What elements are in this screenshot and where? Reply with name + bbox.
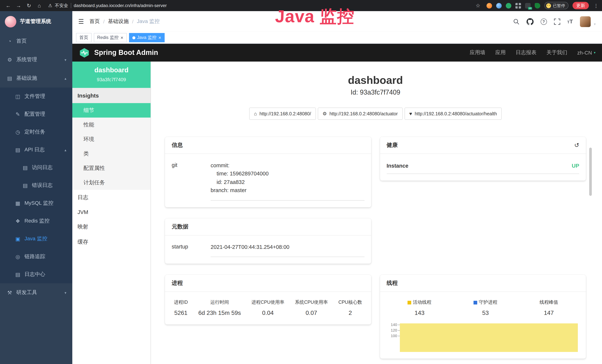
search-icon[interactable] [513,18,519,25]
github-icon[interactable] [527,18,534,25]
actuator-url-link[interactable]: ⚙ http://192.168.0.2:48080/actuator [318,107,403,120]
sba-item-environment[interactable]: 环境 [72,132,150,147]
wrench-icon: ⚙ [322,111,327,117]
card-title: 线程 [380,275,586,292]
sidebar-item-home[interactable]: ◔ 首页 [0,32,72,50]
process-col-process-cpu: 进程CPU使用率 0.04 [251,300,284,317]
sidebar-item-label: 研发工具 [16,289,37,296]
sidebar-item-access-logs[interactable]: ▤ 访问日志 [0,159,72,177]
extension-icon-orange[interactable] [486,3,492,8]
health-row-instance[interactable]: Instance UP [387,156,579,174]
sidebar-item-java-monitor[interactable]: ▣ Java 监控 [0,230,72,248]
sidebar-item-log-center[interactable]: ▤ 日志中心 [0,266,72,283]
sba-item-classes[interactable]: 类 [72,147,150,161]
metadata-key: startup [172,243,211,257]
scrollbar[interactable] [589,148,592,196]
dashboard-icon: ◔ [7,38,13,44]
sba-item-jvm[interactable]: JVM [72,205,150,219]
sidebar-item-devtools[interactable]: ⚒ 研发工具 ▾ [0,283,72,302]
browser-menu-icon[interactable]: ⋮ [594,3,599,8]
sba-item-configprops[interactable]: 配置属性 [72,161,150,175]
extension-icon-switch[interactable]: on [525,3,531,8]
threads-peak: 线程峰值 147 [539,300,558,317]
forward-icon[interactable]: → [14,1,23,10]
fullscreen-icon[interactable] [554,18,560,25]
instance-name: dashboard [75,66,148,74]
link-label: http://192.168.0.2:48080/actuator [329,111,398,116]
sba-item-metrics[interactable]: 性能 [72,118,150,132]
service-url-link[interactable]: ⌂ http://192.168.0.2:48080/ [249,107,316,120]
extension-icon-blue[interactable] [496,3,502,8]
sba-item-details[interactable]: 细节 [72,103,150,118]
close-icon[interactable]: × [159,35,161,40]
security-warning-label[interactable]: 不安全 [55,2,68,9]
sba-nav-journal[interactable]: 日志报表 [516,49,537,56]
infrastructure-submenu: ◫ 文件管理 ✎ 配置管理 ◷ 定时任务 ▤ API 日志 ▴ ▤ [0,87,72,283]
back-icon[interactable]: ← [4,1,13,10]
help-icon[interactable]: ? [541,18,547,25]
tag-redis-monitor[interactable]: Redis 监控 × [94,33,127,42]
redis-icon: ❖ [15,218,21,224]
card-title: 进程 [165,275,371,292]
home-icon[interactable]: ⌂ [35,1,44,10]
update-button[interactable]: 更新 [572,2,589,9]
sba-nav-about[interactable]: 关于我们 [547,49,567,56]
tag-home[interactable]: 首页 [76,33,92,42]
sidebar-item-error-logs[interactable]: ▤ 错误日志 [0,177,72,194]
browser-extensions: ☆ on 已暂停 更新 ⋮ [473,1,599,10]
collapse-sidebar-icon[interactable]: ☰ [78,18,84,25]
sidebar-item-label: 配置管理 [24,111,45,118]
sba-item-scheduled-tasks[interactable]: 计划任务 [72,175,150,190]
sba-item-caches[interactable]: 缓存 [72,234,150,250]
sba-nav-wall[interactable]: 应用墙 [470,49,485,56]
breadcrumb-section[interactable]: 基础设施 [108,18,129,25]
sidebar-item-system[interactable]: ⚙ 系统管理 ▾ [0,50,72,69]
chevron-up-icon: ▴ [64,148,66,152]
sidebar-item-api-logs[interactable]: ▤ API 日志 ▴ [0,141,72,159]
health-url-link[interactable]: ♥ http://192.168.0.2:48080/actuator/heal… [404,107,502,120]
sba-item-logs[interactable]: 日志 [72,190,150,205]
chevron-down-icon: ▾ [64,58,66,62]
reload-icon[interactable]: ↻ [24,1,33,10]
locale-selector[interactable]: zh-CN ▾ [577,50,595,56]
clock-icon: ◷ [15,129,21,135]
card-title: 元数据 [165,218,371,236]
sidebar-item-redis-monitor[interactable]: ❖ Redis 监控 [0,212,72,230]
sidebar-item-label: MySQL 监控 [24,200,54,207]
instance-subtitle: Id: 93a3fc7f7409 [165,89,586,96]
breadcrumb-current: Java 监控 [137,18,160,25]
app-logo[interactable]: 芋道管理系统 [0,11,72,32]
breadcrumb-home[interactable]: 首页 [90,18,100,25]
tag-label: Java 监控 [137,34,156,41]
bookmark-star-icon[interactable]: ☆ [473,1,483,10]
sidebar-item-file-management[interactable]: ◫ 文件管理 [0,87,72,105]
sba-brand-title[interactable]: Spring Boot Admin [94,49,158,57]
sidebar-item-infrastructure[interactable]: ▤ 基础设施 ▴ [0,69,72,87]
process-card: 进程 进程ID 5261 运行时间 [165,275,371,325]
extension-icon-grid[interactable] [516,3,521,8]
active-dot [132,36,135,39]
extension-icon-leaf[interactable] [535,3,540,8]
extension-icon-green[interactable] [506,3,511,8]
instance-links: ⌂ http://192.168.0.2:48080/ ⚙ http://192… [165,107,586,120]
tag-java-monitor[interactable]: Java 监控 × [129,33,165,42]
card-title: 信息 [165,137,371,154]
sba-nav-applications[interactable]: 应用 [495,49,506,56]
caret-down-icon[interactable]: ▼ [593,22,596,26]
sidebar-item-trace[interactable]: ◎ 链路追踪 [0,248,72,266]
history-icon[interactable]: ↺ [574,142,579,149]
instance-header[interactable]: dashboard 93a3fc7f7409 [72,62,150,88]
sba-item-mappings[interactable]: 映射 [72,219,150,234]
paused-extension-badge[interactable]: 已暂停 [544,2,569,9]
sidebar-item-scheduled-tasks[interactable]: ◷ 定时任务 [0,123,72,141]
sidebar-item-label: 基础设施 [16,75,37,82]
sidebar-item-mysql-monitor[interactable]: ▦ MySQL 监控 [0,194,72,212]
user-avatar[interactable] [580,16,591,27]
sba-section-insights[interactable]: Insights [72,88,150,103]
font-size-icon[interactable]: TT [567,18,573,25]
process-col-cpus: CPU核心数 2 [338,300,362,317]
sidebar-item-config-management[interactable]: ✎ 配置管理 [0,105,72,123]
address-bar[interactable]: ⚠ 不安全 dashboard.yudao.iocoder.cn/infra/a… [48,2,167,9]
close-icon[interactable]: × [120,35,123,40]
url-text[interactable]: dashboard.yudao.iocoder.cn/infra/admin-s… [74,3,167,8]
